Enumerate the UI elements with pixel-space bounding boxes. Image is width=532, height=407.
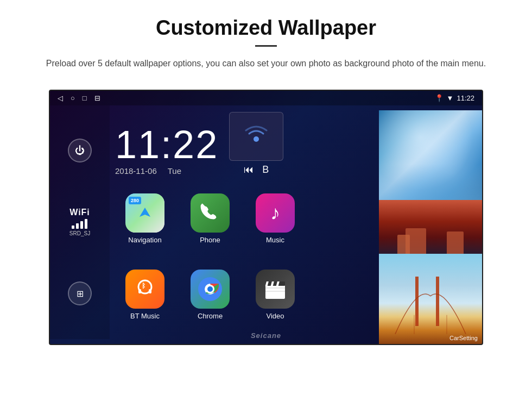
bluetooth-icon: ᛒ xyxy=(134,278,156,300)
svg-text:ᛒ: ᛒ xyxy=(142,282,145,290)
recents-nav-icon[interactable]: □ xyxy=(83,94,87,102)
clock-section: 11:22 2018-11-06 Tue xyxy=(115,125,218,176)
status-bar: ◁ ○ □ ⊟ 📍 ▼ 11:22 xyxy=(50,91,482,105)
title-divider xyxy=(255,45,277,47)
navigation-badge: 280 xyxy=(129,197,141,204)
page-title: Customized Wallpaper xyxy=(43,16,489,40)
page-wrapper: Customized Wallpaper Preload over 5 defa… xyxy=(0,0,532,345)
status-time: 11:22 xyxy=(457,94,474,102)
video-icon xyxy=(256,270,295,309)
status-right: 📍 ▼ 11:22 xyxy=(435,94,474,102)
wifi-widget: WiFi SRD_SJ xyxy=(69,208,90,236)
bt-music-icon: ᛒ xyxy=(125,270,164,309)
bt-music-label: BT Music xyxy=(130,312,160,320)
navigation-label: Navigation xyxy=(128,236,161,244)
wifi-bar-4 xyxy=(85,219,87,229)
wifi-label: WiFi xyxy=(69,208,90,217)
music-label: Music xyxy=(266,236,284,244)
video-label: Video xyxy=(266,312,284,320)
chrome-label: Chrome xyxy=(198,312,223,320)
page-subtitle: Preload over 5 default wallpaper options… xyxy=(43,57,489,71)
app-chrome[interactable]: Chrome xyxy=(180,260,240,330)
broadcast-icon xyxy=(243,123,270,150)
phone-label: Phone xyxy=(200,236,220,244)
clock-time: 11:22 xyxy=(115,125,218,164)
wifi-ssid: SRD_SJ xyxy=(69,230,90,236)
app-bt-music[interactable]: ᛒ BT Music xyxy=(115,260,175,330)
signal-icon: ▼ xyxy=(447,94,454,102)
wallpaper-panel: CarSetting xyxy=(379,110,482,344)
navigation-arrow-icon xyxy=(137,205,153,221)
svg-rect-3 xyxy=(138,289,141,293)
svg-point-0 xyxy=(254,136,259,142)
app-music[interactable]: ♪ Music xyxy=(245,184,305,254)
grid-button[interactable]: ⊞ xyxy=(68,281,92,305)
navigation-map-bg: 280 xyxy=(125,193,164,233)
back-nav-icon[interactable]: ◁ xyxy=(58,94,63,102)
music-note-icon: ♪ xyxy=(270,202,280,224)
screenshot-nav-icon[interactable]: ⊟ xyxy=(94,94,100,102)
app-phone[interactable]: Phone xyxy=(180,184,240,254)
app-navigation[interactable]: 280 Navigation xyxy=(115,184,175,254)
svg-rect-4 xyxy=(149,289,151,293)
status-left: ◁ ○ □ ⊟ xyxy=(58,94,100,102)
location-icon: 📍 xyxy=(435,94,444,102)
page-header: Customized Wallpaper Preload over 5 defa… xyxy=(0,0,532,82)
home-nav-icon[interactable]: ○ xyxy=(71,94,75,102)
svg-rect-10 xyxy=(265,285,285,299)
music-icon: ♪ xyxy=(256,193,295,233)
wifi-bar-2 xyxy=(76,223,79,229)
svg-point-9 xyxy=(207,286,213,292)
wallpaper-thumb-1 xyxy=(379,110,482,200)
wallpaper-thumb-3: CarSetting xyxy=(379,254,482,343)
clapperboard-icon xyxy=(263,277,287,301)
wifi-bar-3 xyxy=(80,221,83,229)
wifi-bar-1 xyxy=(72,226,74,229)
media-widget xyxy=(229,112,283,161)
svg-marker-1 xyxy=(140,208,150,217)
bridge-cables-svg xyxy=(379,254,482,343)
wifi-bars xyxy=(69,219,90,229)
clock-day: Tue xyxy=(168,166,181,176)
carsetting-label: CarSetting xyxy=(449,335,478,341)
media-controls: ⏮ B xyxy=(244,164,269,176)
navigation-icon: 280 xyxy=(125,193,164,233)
clock-date: 2018-11-06 Tue xyxy=(115,166,218,176)
left-sidebar: ⏻ WiFi SRD_SJ ⊞ xyxy=(50,105,110,339)
next-track-icon[interactable]: B xyxy=(262,164,269,176)
chrome-logo-icon xyxy=(198,277,222,301)
power-button[interactable]: ⏻ xyxy=(68,139,92,162)
wallpaper-thumb-2 xyxy=(379,200,482,254)
clock-date-value: 2018-11-06 xyxy=(115,166,157,176)
phone-icon xyxy=(191,193,230,233)
prev-track-icon[interactable]: ⏮ xyxy=(244,164,254,176)
device-screen: ◁ ○ □ ⊟ 📍 ▼ 11:22 ⏻ xyxy=(49,90,483,345)
ice-bottom-overlay xyxy=(379,164,482,200)
app-video[interactable]: Video xyxy=(245,260,305,330)
chrome-icon xyxy=(191,270,230,309)
phone-handset-icon xyxy=(200,203,220,223)
device-wrapper: ◁ ○ □ ⊟ 📍 ▼ 11:22 ⏻ xyxy=(0,90,532,345)
